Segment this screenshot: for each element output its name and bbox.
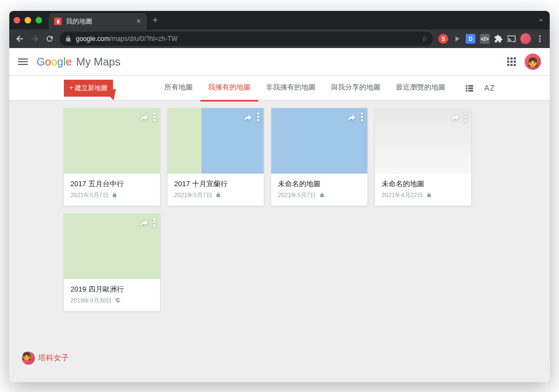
map-date: 2021年5月7日 [70, 191, 109, 199]
map-title: 2017 十月宜蘭行 [174, 179, 257, 189]
svg-point-0 [539, 35, 541, 37]
map-info: 2017 十月宜蘭行2021年5月7日 [168, 174, 264, 206]
filter-tabs: 所有地圖我擁有的地圖非我擁有的地圖與我分享的地圖最近瀏覽的地圖 [157, 75, 453, 102]
create-map-button[interactable]: + 建立新地圖 [64, 80, 113, 97]
tab-title: 我的地圖 [66, 17, 92, 26]
user-avatar[interactable]: 👧 [525, 54, 541, 70]
filter-tab[interactable]: 非我擁有的地圖 [258, 75, 323, 102]
privacy-lock-icon [426, 192, 432, 199]
app-header: Google My Maps 👧 [9, 48, 550, 75]
map-meta: 2021年4月22日 [382, 191, 465, 199]
map-thumbnail [375, 108, 471, 174]
extensions-menu-icon[interactable] [494, 34, 503, 43]
extension-icon[interactable]: S [438, 34, 448, 44]
menu-dots-icon[interactable] [536, 34, 544, 43]
map-meta: 2021年5月7日 [174, 191, 257, 199]
back-button[interactable] [15, 34, 25, 44]
close-window-button[interactable] [14, 17, 20, 23]
extension-icon[interactable]: </> [480, 34, 490, 44]
map-info: 未命名的地圖2021年4月22日 [375, 174, 471, 206]
page-content: Google My Maps 👧 + 建立新地圖 所有地圖我擁有的地圖非我擁有的… [9, 48, 550, 382]
menu-button[interactable] [18, 58, 28, 65]
filter-tab[interactable]: 與我分享的地圖 [323, 75, 388, 102]
browser-address-bar: google.com/maps/d/u/0/?hl=zh-TW ☆ S D </… [9, 29, 550, 48]
map-info: 2019 四月歐洲行2019年9月30日 [64, 279, 160, 311]
reload-button[interactable] [45, 34, 54, 43]
map-title: 2019 四月歐洲行 [70, 284, 153, 294]
map-card[interactable]: 未命名的地圖2021年4月22日 [375, 108, 471, 206]
filter-tab[interactable]: 最近瀏覽的地圖 [388, 75, 453, 102]
window-controls [14, 17, 42, 23]
map-date: 2019年9月30日 [70, 296, 112, 305]
more-options-icon[interactable] [361, 112, 363, 122]
map-title: 未命名的地圖 [382, 179, 465, 189]
tab-overflow-icon[interactable] [537, 16, 545, 25]
map-title: 未命名的地圖 [278, 179, 361, 189]
map-meta: 2021年5月7日 [70, 191, 153, 199]
map-thumbnail [64, 213, 160, 279]
map-info: 2017 五月台中行2021年5月7日 [64, 174, 160, 206]
share-icon[interactable] [243, 112, 253, 122]
watermark: 👧 塔科女子 [22, 352, 69, 365]
extension-play-icon[interactable] [453, 34, 461, 43]
map-date: 2021年5月7日 [174, 191, 212, 199]
lock-icon [65, 35, 72, 42]
map-card[interactable]: 未命名的地圖2021年5月7日 [271, 108, 367, 206]
close-tab-icon[interactable]: ✕ [136, 17, 141, 25]
bookmark-star-icon[interactable]: ☆ [421, 35, 427, 43]
new-tab-button[interactable]: + [152, 15, 158, 26]
privacy-public-icon [115, 298, 121, 304]
url-input[interactable]: google.com/maps/d/u/0/?hl=zh-TW ☆ [60, 32, 433, 46]
map-thumbnail [168, 108, 264, 174]
privacy-lock-icon [319, 192, 325, 199]
privacy-lock-icon [112, 192, 117, 199]
maps-grid: 2017 五月台中行2021年5月7日2017 十月宜蘭行2021年5月7日未命… [9, 100, 550, 382]
watermark-icon: 👧 [22, 352, 35, 365]
minimize-window-button[interactable] [25, 17, 31, 23]
map-card[interactable]: 2017 五月台中行2021年5月7日 [64, 108, 160, 206]
browser-window: ▮ 我的地圖 ✕ + google.com/maps/d/u/0/?hl=zh-… [9, 11, 550, 382]
list-view-icon[interactable] [465, 83, 474, 93]
map-thumbnail [64, 108, 160, 174]
share-icon[interactable] [450, 112, 460, 122]
map-card[interactable]: 2017 十月宜蘭行2021年5月7日 [168, 108, 264, 206]
sort-button[interactable]: AZ [484, 84, 495, 92]
toolbar: + 建立新地圖 所有地圖我擁有的地圖非我擁有的地圖與我分享的地圖最近瀏覽的地圖 … [9, 75, 550, 100]
profile-avatar-icon[interactable] [520, 33, 531, 44]
more-options-icon[interactable] [257, 112, 259, 122]
maximize-window-button[interactable] [35, 17, 42, 23]
url-text: google.com/maps/d/u/0/?hl=zh-TW [76, 35, 177, 43]
watermark-text: 塔科女子 [38, 353, 69, 363]
share-icon[interactable] [347, 112, 356, 122]
map-info: 未命名的地圖2021年5月7日 [271, 174, 367, 206]
extension-icons: S D </> [438, 33, 544, 44]
map-title: 2017 五月台中行 [70, 179, 153, 189]
browser-tab[interactable]: ▮ 我的地圖 ✕ [49, 13, 147, 29]
map-date: 2021年4月22日 [382, 191, 423, 199]
more-options-icon[interactable] [153, 218, 156, 228]
map-meta: 2019年9月30日 [70, 296, 153, 305]
filter-tab[interactable]: 所有地圖 [157, 75, 200, 102]
map-meta: 2021年5月7日 [278, 191, 361, 199]
more-options-icon[interactable] [153, 112, 156, 122]
share-icon[interactable] [139, 112, 149, 122]
browser-tab-bar: ▮ 我的地圖 ✕ + [9, 11, 550, 29]
tab-favicon-icon: ▮ [54, 17, 62, 25]
privacy-lock-icon [216, 192, 221, 199]
more-options-icon[interactable] [465, 112, 467, 122]
forward-button[interactable] [30, 34, 40, 44]
google-mymaps-logo: Google My Maps [37, 56, 121, 68]
svg-point-1 [539, 38, 541, 40]
google-apps-icon[interactable] [507, 57, 516, 66]
filter-tab[interactable]: 我擁有的地圖 [200, 75, 258, 102]
map-thumbnail [271, 108, 367, 174]
cast-icon[interactable] [507, 34, 516, 43]
share-icon[interactable] [139, 218, 149, 228]
map-card[interactable]: 2019 四月歐洲行2019年9月30日 [64, 213, 160, 311]
svg-point-2 [539, 40, 541, 42]
map-date: 2021年5月7日 [278, 191, 316, 199]
extension-icon[interactable]: D [466, 34, 475, 44]
